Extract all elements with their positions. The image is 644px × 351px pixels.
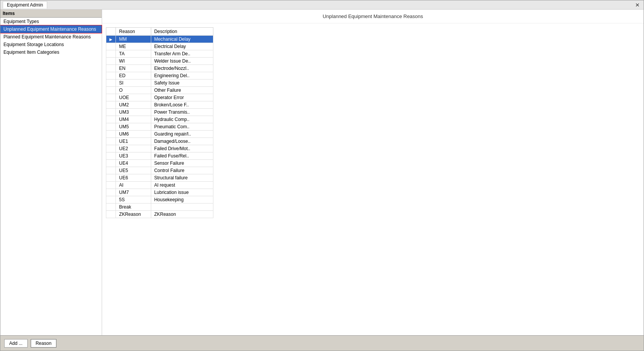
table-row[interactable]: Break bbox=[106, 204, 213, 211]
row-indicator bbox=[106, 167, 116, 174]
table-container: Reason Description ▶MMMechanical DelayME… bbox=[102, 23, 644, 335]
row-reason: UOE bbox=[116, 94, 151, 101]
table-row[interactable]: ▶MMMechanical Delay bbox=[106, 36, 213, 43]
sidebar-item-item-categories[interactable]: Equipment Item Categories bbox=[0, 48, 102, 56]
row-reason: MM bbox=[116, 36, 151, 43]
row-indicator bbox=[106, 65, 116, 72]
table-row[interactable]: TATransfer Arm De.. bbox=[106, 50, 213, 58]
table-row[interactable]: UE6Structural failure bbox=[106, 174, 213, 182]
row-description: Damaged/Loose.. bbox=[151, 138, 213, 145]
row-reason: UE6 bbox=[116, 174, 151, 182]
sidebar: Items Equipment TypesUnplanned Equipment… bbox=[0, 10, 102, 335]
row-reason: UM2 bbox=[116, 101, 151, 109]
table-row[interactable]: UE5Control Failure bbox=[106, 167, 213, 174]
row-reason: UM7 bbox=[116, 189, 151, 196]
row-description: Safety Issue bbox=[151, 79, 213, 87]
add-button[interactable]: Add ... bbox=[4, 339, 28, 348]
row-description: Structural failure bbox=[151, 174, 213, 182]
row-indicator bbox=[106, 182, 116, 189]
row-reason: UE4 bbox=[116, 160, 151, 167]
footer-bar: Add ... Reason bbox=[0, 335, 644, 351]
row-description: Electrical Delay bbox=[151, 43, 213, 50]
row-description: Operator Error bbox=[151, 94, 213, 101]
sidebar-item-storage-locations[interactable]: Equipment Storage Locations bbox=[0, 41, 102, 48]
row-indicator bbox=[106, 72, 116, 79]
table-row[interactable]: UOEOperator Error bbox=[106, 94, 213, 101]
table-row[interactable]: UM6Guarding repair/l.. bbox=[106, 131, 213, 138]
row-reason: EN bbox=[116, 65, 151, 72]
table-row[interactable]: EDEngineering Del.. bbox=[106, 72, 213, 79]
main-window: Equipment Admin ✕ Items Equipment TypesU… bbox=[0, 0, 644, 351]
table-row[interactable]: OOther Failure bbox=[106, 87, 213, 94]
row-reason: UM3 bbox=[116, 109, 151, 116]
row-reason: UM6 bbox=[116, 131, 151, 138]
row-reason: UE5 bbox=[116, 167, 151, 174]
table-row[interactable]: UM3Power Transmis.. bbox=[106, 109, 213, 116]
row-description: Control Failure bbox=[151, 167, 213, 174]
col-indicator bbox=[106, 28, 116, 36]
row-reason: ED bbox=[116, 72, 151, 79]
row-indicator bbox=[106, 204, 116, 211]
col-description: Description bbox=[151, 28, 213, 36]
main-content: Items Equipment TypesUnplanned Equipment… bbox=[0, 10, 644, 335]
table-row[interactable]: UM7Lubrication issue bbox=[106, 189, 213, 196]
row-indicator: ▶ bbox=[106, 36, 116, 43]
row-indicator bbox=[106, 138, 116, 145]
title-tab[interactable]: Equipment Admin bbox=[3, 1, 47, 8]
row-indicator bbox=[106, 160, 116, 167]
table-row[interactable]: 5SHousekeeping bbox=[106, 196, 213, 204]
row-reason: 5S bbox=[116, 196, 151, 204]
table-row[interactable]: UE4Sensor Failure bbox=[106, 160, 213, 167]
table-row[interactable]: UE1Damaged/Loose.. bbox=[106, 138, 213, 145]
row-description: Other Failure bbox=[151, 87, 213, 94]
row-reason: WI bbox=[116, 58, 151, 65]
row-description: Transfer Arm De.. bbox=[151, 50, 213, 58]
table-row[interactable]: SISafety Issue bbox=[106, 79, 213, 87]
row-indicator bbox=[106, 109, 116, 116]
table-row[interactable]: UE2Failed Drive/Mot.. bbox=[106, 145, 213, 152]
row-reason: SI bbox=[116, 79, 151, 87]
title-bar: Equipment Admin ✕ bbox=[0, 0, 644, 10]
row-indicator bbox=[106, 50, 116, 58]
reason-button[interactable]: Reason bbox=[31, 339, 56, 348]
row-description: Lubrication issue bbox=[151, 189, 213, 196]
table-row[interactable]: MEElectrical Delay bbox=[106, 43, 213, 50]
row-reason: UE3 bbox=[116, 152, 151, 160]
row-description: Hydraulic Comp.. bbox=[151, 116, 213, 123]
table-row[interactable]: WIWelder Issue De.. bbox=[106, 58, 213, 65]
row-indicator bbox=[106, 211, 116, 218]
row-indicator bbox=[106, 174, 116, 182]
table-row[interactable]: UE3Failed Fuse/Rel.. bbox=[106, 152, 213, 160]
row-indicator bbox=[106, 131, 116, 138]
row-description: Pneumatic Com.. bbox=[151, 123, 213, 131]
row-description: Broken/Loose F.. bbox=[151, 101, 213, 109]
table-row[interactable]: ZKReasonZKReason bbox=[106, 211, 213, 218]
table-row[interactable]: UM5Pneumatic Com.. bbox=[106, 123, 213, 131]
table-row[interactable]: ENElectrode/Nozzl.. bbox=[106, 65, 213, 72]
table-body: ▶MMMechanical DelayMEElectrical DelayTAT… bbox=[106, 36, 213, 218]
row-description: AI request bbox=[151, 182, 213, 189]
close-button[interactable]: ✕ bbox=[634, 2, 641, 8]
row-description: Housekeeping bbox=[151, 196, 213, 204]
table-row[interactable]: UM4Hydraulic Comp.. bbox=[106, 116, 213, 123]
row-description: ZKReason bbox=[151, 211, 213, 218]
row-reason: AI bbox=[116, 182, 151, 189]
row-indicator bbox=[106, 87, 116, 94]
row-indicator bbox=[106, 101, 116, 109]
row-description: Guarding repair/l.. bbox=[151, 131, 213, 138]
sidebar-item-equipment-types[interactable]: Equipment Types bbox=[0, 18, 102, 25]
row-reason: TA bbox=[116, 50, 151, 58]
row-reason: UM5 bbox=[116, 123, 151, 131]
sidebar-item-planned-maintenance[interactable]: Planned Equipment Maintenance Reasons bbox=[0, 33, 102, 41]
row-description: Failed Fuse/Rel.. bbox=[151, 152, 213, 160]
row-indicator bbox=[106, 58, 116, 65]
row-indicator bbox=[106, 94, 116, 101]
row-reason: O bbox=[116, 87, 151, 94]
row-reason: UE2 bbox=[116, 145, 151, 152]
table-row[interactable]: AIAI request bbox=[106, 182, 213, 189]
table-row[interactable]: UM2Broken/Loose F.. bbox=[106, 101, 213, 109]
row-reason: UM4 bbox=[116, 116, 151, 123]
row-indicator bbox=[106, 152, 116, 160]
data-table: Reason Description ▶MMMechanical DelayME… bbox=[106, 27, 213, 218]
sidebar-item-unplanned-maintenance[interactable]: Unplanned Equipment Maintenance Reasons bbox=[0, 25, 102, 33]
